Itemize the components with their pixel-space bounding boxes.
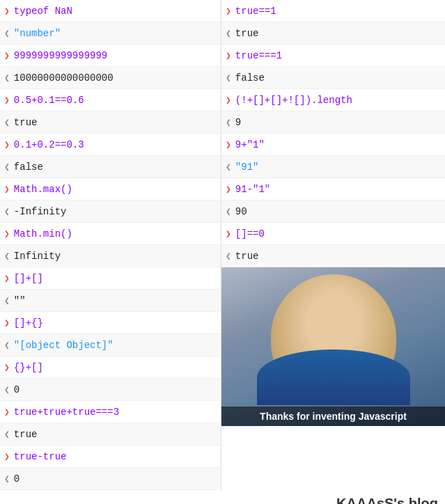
input-row: ❯91-"1": [221, 178, 445, 200]
output-row: ❮true: [0, 111, 221, 134]
input-row: ❯true===1: [221, 45, 445, 67]
code-text: typeof NaN: [14, 6, 72, 17]
code-text: true: [14, 117, 38, 128]
output-row: ❮9: [221, 111, 445, 134]
input-row: ❯typeof NaN: [0, 0, 221, 22]
output-row: ❮false: [221, 67, 445, 89]
code-text: true-true: [14, 451, 67, 462]
output-row: ❮true: [221, 245, 445, 267]
code-text: true: [235, 28, 259, 39]
input-row: ❯0.1+0.2==0.3: [0, 134, 221, 156]
code-text: true+true+true===3: [14, 407, 119, 418]
output-row: ❮"[object Object]": [0, 334, 221, 356]
output-row: ❮10000000000000000: [0, 67, 221, 89]
code-text: Infinity: [14, 251, 61, 262]
arrow-left-icon: ❮: [4, 473, 10, 485]
code-text: "[object Object]": [14, 340, 114, 351]
code-text: 0: [14, 473, 19, 485]
code-text: 9+"1": [235, 139, 265, 150]
arrow-left-icon: ❮: [4, 295, 10, 306]
input-row: ❯0.5+0.1==0.6: [0, 89, 221, 111]
arrow-left-icon: ❮: [4, 206, 10, 217]
input-row: ❯true==1: [221, 0, 445, 22]
output-row: ❮Infinity: [0, 245, 221, 267]
code-text: true: [235, 251, 259, 262]
code-text: 9999999999999999: [14, 50, 107, 61]
arrow-right-icon: ❯: [226, 228, 231, 239]
code-text: 0: [14, 384, 19, 395]
arrow-left-icon: ❮: [4, 72, 10, 84]
code-text: []+[]: [14, 273, 43, 284]
arrow-right-icon: ❯: [226, 50, 231, 61]
input-row: ❯Math.min(): [0, 223, 221, 245]
arrow-left-icon: ❮: [4, 251, 10, 262]
arrow-right-icon: ❯: [4, 184, 10, 195]
arrow-right-icon: ❯: [4, 362, 10, 373]
code-text: 0.1+0.2==0.3: [14, 139, 84, 150]
image-caption: Thanks for inventing Javascript: [221, 407, 445, 426]
arrow-left-icon: ❮: [226, 162, 231, 173]
code-text: {}+[]: [14, 362, 43, 373]
input-row: ❯[]+[]: [0, 267, 221, 290]
output-row: ❮90: [221, 200, 445, 223]
bottom-left: [0, 490, 221, 504]
arrow-right-icon: ❯: [226, 6, 231, 17]
arrow-left-icon: ❮: [4, 117, 10, 128]
arrow-left-icon: ❮: [4, 28, 10, 39]
arrow-left-icon: ❮: [4, 384, 10, 395]
arrow-right-icon: ❯: [4, 95, 10, 106]
arrow-left-icon: ❮: [4, 340, 10, 351]
arrow-right-icon: ❯: [4, 228, 10, 239]
bottom-right: KAAAsS's blog 技术宅，喜欢二次元: [221, 490, 445, 504]
input-row: ❯9+"1": [221, 134, 445, 156]
input-row: ❯[]==0: [221, 223, 445, 245]
code-text: true: [14, 429, 38, 440]
output-row: ❮0: [0, 468, 221, 490]
right-column: ❯true==1❮true❯true===1❮false❯(!+[]+[]+![…: [221, 0, 445, 490]
code-text: true==1: [235, 6, 276, 17]
output-row: ❮true: [0, 423, 221, 446]
output-row: ❮"": [0, 290, 221, 312]
output-row: ❮false: [0, 156, 221, 178]
code-text: false: [235, 72, 265, 84]
arrow-left-icon: ❮: [226, 206, 231, 217]
arrow-right-icon: ❯: [4, 50, 10, 61]
arrow-left-icon: ❮: [226, 117, 231, 128]
input-row: ❯(!+[]+[]+![]).length: [221, 89, 445, 111]
code-text: true===1: [235, 50, 282, 61]
output-row: ❮"number": [0, 22, 221, 45]
arrow-left-icon: ❮: [226, 251, 231, 262]
code-text: []+{}: [14, 317, 43, 329]
code-text: "91": [235, 162, 259, 173]
arrow-left-icon: ❮: [226, 28, 231, 39]
input-row: ❯[]+{}: [0, 312, 221, 334]
left-column: ❯typeof NaN❮"number"❯9999999999999999❮10…: [0, 0, 221, 490]
arrow-right-icon: ❯: [4, 6, 10, 17]
code-text: 10000000000000000: [14, 72, 114, 84]
code-text: 0.5+0.1==0.6: [14, 95, 84, 106]
arrow-right-icon: ❯: [226, 95, 231, 106]
code-text: false: [14, 162, 43, 173]
code-text: 91-"1": [235, 184, 270, 195]
code-text: (!+[]+[]+![]).length: [235, 95, 352, 106]
arrow-right-icon: ❯: [4, 317, 10, 329]
arrow-right-icon: ❯: [4, 407, 10, 418]
arrow-left-icon: ❮: [226, 72, 231, 84]
input-row: ❯true+true+true===3: [0, 401, 221, 423]
code-text: Math.max(): [14, 184, 72, 195]
input-row: ❯9999999999999999: [0, 45, 221, 67]
output-row: ❮0: [0, 379, 221, 401]
code-text: []==0: [235, 228, 265, 239]
input-row: ❯true-true: [0, 446, 221, 468]
arrow-right-icon: ❯: [4, 139, 10, 150]
code-text: 9: [235, 117, 241, 128]
output-row: ❮-Infinity: [0, 200, 221, 223]
code-text: "": [14, 295, 26, 306]
arrow-right-icon: ❯: [4, 451, 10, 462]
code-text: Math.min(): [14, 228, 72, 239]
input-row: ❯Math.max(): [0, 178, 221, 200]
blog-name: KAAAsS's blog: [336, 496, 438, 504]
arrow-left-icon: ❮: [4, 162, 10, 173]
code-text: "number": [14, 28, 61, 39]
output-row: ❮true: [221, 22, 445, 45]
